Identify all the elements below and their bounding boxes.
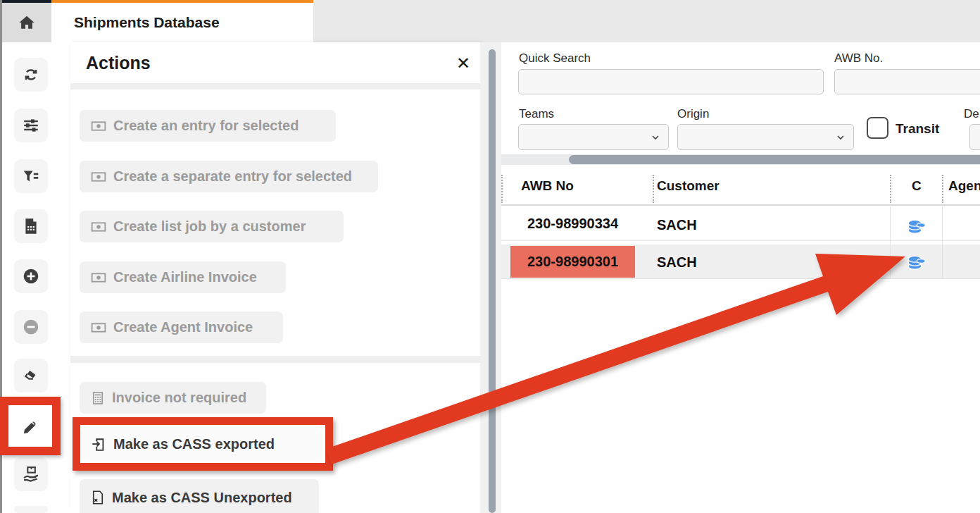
banknote-icon [91, 219, 106, 235]
vertical-scrollbar[interactable] [489, 49, 496, 513]
sidebar-button-add[interactable] [14, 259, 48, 293]
action-make-cass-exported-button[interactable]: Make as CASS exported [80, 428, 322, 460]
sidebar-button-filter[interactable] [14, 159, 48, 193]
eraser-icon [22, 366, 40, 385]
hand-package-icon [21, 464, 41, 484]
dest-select[interactable] [969, 124, 980, 150]
coins-icon[interactable] [907, 216, 926, 235]
action-label: Make as CASS exported [113, 436, 275, 452]
column-separator [501, 175, 503, 203]
sidebar-button-partial[interactable] [14, 506, 48, 513]
sync-icon [22, 66, 40, 84]
row-column-line [890, 206, 891, 279]
home-button[interactable] [2, 3, 51, 42]
transit-checkbox[interactable] [867, 117, 888, 139]
teams-select[interactable] [518, 124, 669, 150]
transit-label: Transit [896, 121, 939, 137]
quick-search-input[interactable] [518, 69, 824, 94]
tab-shipments-database[interactable]: Shipments Database [51, 0, 313, 42]
header-bottom-border [501, 204, 980, 206]
coins-icon[interactable] [907, 252, 926, 271]
action-label: Create an entry for selected [113, 118, 299, 134]
header-divider [70, 83, 480, 89]
filter-list-icon [22, 167, 40, 185]
column-separator [890, 175, 891, 203]
action-label: Invoice not required [112, 390, 246, 406]
action-label: Make as CASS Unexported [112, 490, 292, 506]
column-separator [653, 175, 654, 203]
column-header-agent[interactable]: Agent [948, 178, 980, 194]
customer-cell[interactable]: SACH [657, 217, 697, 233]
action-label: Create Airline Invoice [113, 269, 257, 285]
chevron-down-icon [650, 132, 661, 143]
sidebar-button-hand-package[interactable] [14, 457, 48, 491]
row-column-line [942, 206, 943, 279]
action-label: Create list job by a customer [113, 218, 306, 235]
tune-sliders-icon [22, 116, 40, 135]
sidebar-button-sync[interactable] [14, 58, 48, 92]
banknote-icon [91, 270, 106, 285]
banknote-icon [91, 320, 106, 335]
pencil-tool-highlight-box[interactable] [0, 397, 61, 455]
sidebar-button-remove[interactable] [14, 310, 48, 344]
spreadsheet-file-icon [22, 217, 40, 235]
dest-label: De [964, 107, 979, 121]
banknote-icon [91, 169, 106, 185]
actions-panel-title: Actions [86, 53, 151, 73]
action-label: Create a separate entry for selected [113, 168, 352, 185]
column-header-customer[interactable]: Customer [657, 178, 720, 194]
column-separator [942, 175, 943, 203]
column-header-awb-no[interactable]: AWB No [521, 178, 574, 194]
action-create-entry-button[interactable]: Create an entry for selected [80, 110, 336, 142]
action-create-airline-invoice-button[interactable]: Create Airline Invoice [80, 261, 286, 293]
remove-circle-icon [22, 318, 40, 336]
origin-label: Origin [677, 107, 709, 121]
action-invoice-not-required-button[interactable]: Invoice not required [80, 382, 266, 414]
edit-pencil-icon [20, 416, 40, 436]
action-create-agent-invoice-button[interactable]: Create Agent Invoice [80, 311, 283, 343]
awb-no-label: AWB No. [834, 51, 883, 66]
action-create-separate-entry-button[interactable]: Create a separate entry for selected [80, 161, 378, 192]
awb-cell[interactable]: 230-98990334 [510, 208, 635, 240]
awb-no-input[interactable] [834, 69, 980, 94]
add-circle-icon [22, 267, 40, 285]
tab-title: Shipments Database [74, 14, 220, 31]
sidebar-button-eraser[interactable] [14, 359, 48, 393]
export-into-page-icon [91, 437, 106, 452]
sidebar-button-tune[interactable] [14, 109, 48, 142]
chevron-down-icon [835, 132, 846, 143]
calculator-icon [91, 391, 105, 405]
sidebar-button-spreadsheet[interactable] [14, 209, 48, 243]
teams-label: Teams [519, 107, 554, 121]
banknote-icon [91, 118, 106, 134]
action-label: Create Agent Invoice [113, 319, 253, 335]
group-divider [70, 356, 480, 363]
awb-cell-highlighted[interactable]: 230-98990301 [510, 246, 635, 278]
column-header-c[interactable]: C [912, 178, 922, 194]
customer-cell[interactable]: SACH [657, 254, 697, 271]
origin-select[interactable] [677, 124, 854, 150]
action-make-cass-unexported-button[interactable]: Make as CASS Unexported [80, 479, 319, 513]
page-x-icon [91, 490, 105, 505]
actions-panel: Actions ✕ Create an entry for selected C… [70, 42, 480, 513]
action-create-list-job-button[interactable]: Create list job by a customer [80, 211, 344, 242]
home-icon [16, 12, 37, 33]
close-icon[interactable]: ✕ [456, 54, 470, 73]
horizontal-scrollbar[interactable] [569, 155, 980, 164]
quick-search-label: Quick Search [519, 51, 591, 66]
